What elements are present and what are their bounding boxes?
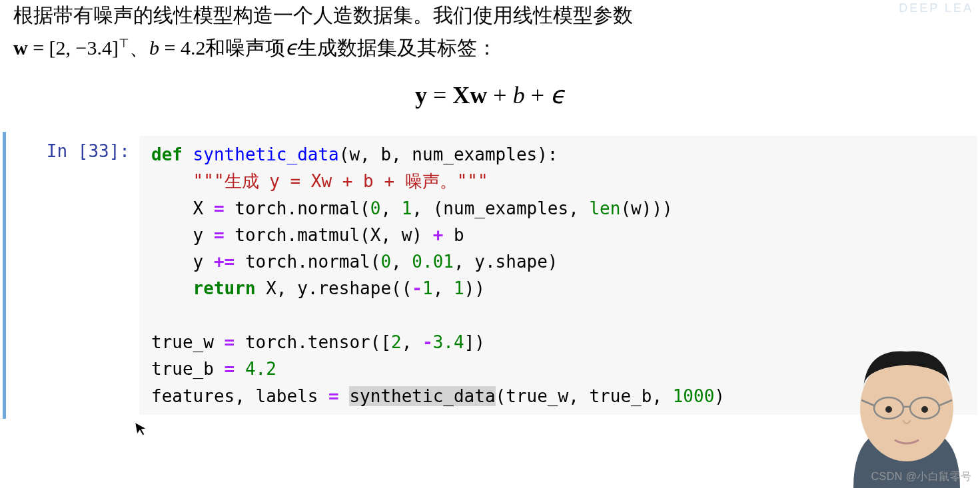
l9op: = xyxy=(225,359,235,379)
l4op2: + xyxy=(433,225,444,245)
prose-line-1: 根据带有噪声的线性模型构造一个人造数据集。我们使用线性模型参数 xyxy=(13,0,972,30)
l5n0: 0 xyxy=(380,252,391,272)
l10a: features, labels xyxy=(151,386,328,406)
eq-X: X xyxy=(452,82,470,109)
prose-line-2: w = [2, −3.4]⊤、b = 4.2和噪声项ϵ生成数据集及其标签： xyxy=(13,33,972,63)
l8b: torch.tensor([ xyxy=(235,332,391,352)
prose-block: 根据带有噪声的线性模型构造一个人造数据集。我们使用线性模型参数 w = [2, … xyxy=(0,0,980,63)
symbol-b: b xyxy=(149,37,159,59)
l9n: 4.2 xyxy=(245,359,276,379)
eq-plus2: + xyxy=(525,82,550,109)
symbol-w: w xyxy=(13,37,28,59)
b-value: = 4.2 xyxy=(159,37,205,59)
kw-return: return xyxy=(151,278,256,298)
l9a: true_b xyxy=(151,359,225,379)
l3len: len xyxy=(589,198,620,218)
l8d: ]) xyxy=(464,332,485,352)
l9b xyxy=(235,359,245,379)
equation-block: y = Xw + b + ϵ xyxy=(0,81,980,109)
l5d: , y.shape) xyxy=(454,252,558,272)
l3a: X xyxy=(151,198,214,218)
l3b: torch.normal( xyxy=(225,198,370,218)
l10d: ) xyxy=(714,386,725,406)
l10op: = xyxy=(328,386,339,406)
l8n0: 2 xyxy=(391,332,402,352)
l4b: torch.matmul(X, w) xyxy=(225,225,433,245)
l5a: y xyxy=(151,252,214,272)
eq-w: w xyxy=(470,82,487,109)
kw-def: def xyxy=(151,144,183,164)
w-value: = [2, −3.4] xyxy=(28,37,119,59)
l6a: X, y.reshape(( xyxy=(256,278,412,298)
svg-point-7 xyxy=(885,406,892,413)
l8c: , xyxy=(402,332,422,352)
l8op2: - xyxy=(422,332,433,352)
eq-eq: = xyxy=(427,82,452,109)
l8a: true_w xyxy=(151,332,225,352)
l8n1: 3.4 xyxy=(433,332,464,352)
presenter-avatar xyxy=(833,335,980,488)
tail-text-1: 和噪声项 xyxy=(205,37,285,59)
l3n1: 1 xyxy=(402,198,412,218)
l5n1: 0.01 xyxy=(412,252,454,272)
l3op: = xyxy=(214,198,225,218)
eq-eps: ϵ xyxy=(550,82,565,109)
eq-y: y xyxy=(415,82,427,109)
l3d: , (num_examples, xyxy=(412,198,589,218)
l5b: torch.normal( xyxy=(235,252,380,272)
l6op: - xyxy=(412,278,422,298)
l6n1: 1 xyxy=(422,278,433,298)
docstring: """生成 y = Xw + b + 噪声。""" xyxy=(151,171,488,191)
cell-prompt: In [33]: xyxy=(6,136,139,415)
l3n0: 0 xyxy=(370,198,381,218)
fn-params: (w, b, num_examples): xyxy=(339,144,558,164)
eq-b: b xyxy=(513,82,525,109)
l6n2: 1 xyxy=(454,278,464,298)
svg-point-8 xyxy=(921,406,928,413)
l4op: = xyxy=(214,225,225,245)
l4a: y xyxy=(151,225,214,245)
fn-name: synthetic_data xyxy=(183,144,339,164)
separator: 、 xyxy=(129,37,149,59)
symbol-epsilon: ϵ xyxy=(285,37,297,59)
transpose-sup: ⊤ xyxy=(119,37,129,50)
cursor-icon xyxy=(135,420,150,442)
l6c: )) xyxy=(464,278,485,298)
l3c: , xyxy=(380,198,401,218)
watermark-top: DEEP LEA xyxy=(899,1,973,15)
code-cell: In [33]: def synthetic_data(w, b, num_ex… xyxy=(3,132,977,419)
watermark-text: CSDN @小白鼠零号 xyxy=(871,470,972,484)
l10b xyxy=(339,386,350,406)
l3e: (w))) xyxy=(620,198,672,218)
tail-text-2: 生成数据集及其标签： xyxy=(297,37,497,59)
eq-plus1: + xyxy=(487,82,512,109)
l8op: = xyxy=(225,332,235,352)
l10c: (true_w, true_b, xyxy=(496,386,673,406)
l4c: b xyxy=(443,225,464,245)
l5c: , xyxy=(391,252,412,272)
l10n: 1000 xyxy=(673,386,715,406)
l5op: += xyxy=(214,252,235,272)
highlighted-call: synthetic_data xyxy=(349,386,495,406)
l6b: , xyxy=(433,278,454,298)
